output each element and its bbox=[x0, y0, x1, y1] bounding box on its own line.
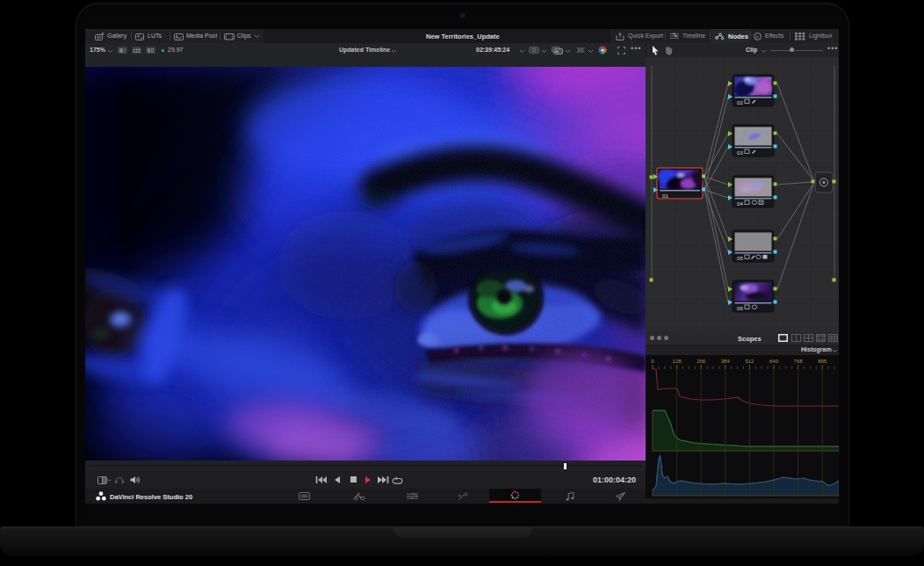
svg-text:512: 512 bbox=[745, 359, 754, 364]
svg-text:640: 640 bbox=[769, 359, 779, 364]
svg-text:128: 128 bbox=[673, 359, 682, 364]
svg-text:256: 256 bbox=[697, 359, 706, 364]
svg-text:02: 02 bbox=[737, 99, 743, 105]
svg-text:fx: fx bbox=[755, 33, 759, 39]
svg-text:06: 06 bbox=[737, 305, 743, 311]
svg-text:895: 895 bbox=[818, 359, 827, 364]
svg-text:384: 384 bbox=[721, 359, 731, 364]
svg-text:04: 04 bbox=[737, 200, 743, 207]
svg-text:01: 01 bbox=[662, 192, 668, 199]
svg-text:03: 03 bbox=[737, 149, 743, 156]
svg-text:768: 768 bbox=[794, 359, 804, 364]
svg-text:0: 0 bbox=[651, 359, 654, 364]
svg-text:05: 05 bbox=[737, 255, 743, 261]
